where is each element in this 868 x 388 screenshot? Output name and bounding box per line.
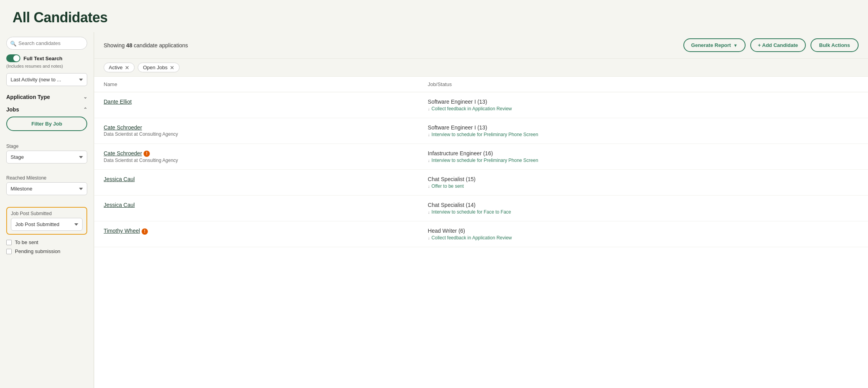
milestone-select[interactable]: Milestone (6, 182, 87, 195)
table-row: Timothy Wheel! Head Writer (6) ↓ Collect… (94, 221, 868, 247)
table-header-row: Name Job/Status (94, 77, 868, 92)
full-text-search-toggle[interactable] (6, 54, 20, 62)
to-be-sent-checkbox[interactable] (6, 240, 12, 245)
table-row: Jessica Caul Chat Specialist (14) ↓ Inte… (94, 196, 868, 221)
candidate-job-cell: Infastructure Engineer (16) ↓ Interview … (419, 144, 868, 170)
application-type-chevron: ⌄ (83, 94, 87, 100)
candidate-job-cell: Head Writer (6) ↓ Collect feedback in Ap… (419, 221, 868, 247)
job-post-submitted-box: Job Post Submitted Job Post Submitted (6, 207, 87, 235)
page-title: All Candidates (13, 9, 855, 26)
candidate-name-cell: Cate Schroeder!Data Scientist at Consult… (94, 144, 419, 170)
job-post-submitted-select[interactable]: Job Post Submitted (11, 218, 83, 231)
candidate-name-cell: Cate SchroederData Scientist at Consulti… (94, 118, 419, 144)
jobs-section-header[interactable]: Jobs ⌃ (6, 106, 87, 113)
main-content: 🔍 Full Text Search (Includes resumes and… (0, 32, 868, 388)
job-title: Chat Specialist (15) (428, 176, 859, 182)
job-title: Chat Specialist (14) (428, 202, 859, 208)
stage-label: Stage (6, 144, 87, 149)
full-text-search-label: Full Text Search (23, 56, 62, 61)
filter-chip-label: Open Jobs (143, 65, 167, 70)
to-be-sent-label: To be sent (15, 239, 38, 245)
candidate-name-link[interactable]: Dante Elliot (104, 99, 132, 105)
jobs-section: Jobs ⌃ Filter By Job (6, 106, 87, 137)
status-action-label: Collect feedback in Application Review (431, 106, 512, 111)
jobs-label: Jobs (6, 106, 19, 113)
candidate-name-link[interactable]: Cate Schroeder (104, 124, 142, 131)
candidate-name-cell: Timothy Wheel! (94, 221, 419, 247)
candidate-name-link[interactable]: Timothy Wheel (104, 228, 140, 234)
filter-chip-remove[interactable]: ✕ (125, 65, 129, 70)
job-status-action[interactable]: ↓ Interview to schedule for Preliminary … (428, 158, 859, 163)
job-title: Head Writer (6) (428, 228, 859, 234)
job-status-action[interactable]: ↓ Interview to schedule for Preliminary … (428, 132, 859, 137)
job-title: Software Engineer I (13) (428, 124, 859, 131)
candidate-job-cell: Chat Specialist (15) ↓ Offer to be sent (419, 170, 868, 196)
application-type-section: Application Type ⌄ (6, 94, 87, 100)
showing-count: Showing 48 candidate applications (104, 42, 188, 48)
page-header: All Candidates (0, 0, 868, 32)
sidebar: 🔍 Full Text Search (Includes resumes and… (0, 32, 94, 388)
col-name-header: Name (94, 77, 419, 92)
table-row: Dante Elliot Software Engineer I (13) ↓ … (94, 92, 868, 118)
pending-submission-checkbox-item[interactable]: Pending submission (6, 248, 87, 254)
candidate-job-cell: Software Engineer I (13) ↓ Collect feedb… (419, 92, 868, 118)
stage-select[interactable]: Stage (6, 151, 87, 163)
candidate-name-link[interactable]: Jessica Caul (104, 176, 135, 182)
job-title: Software Engineer I (13) (428, 99, 859, 105)
status-arrow-icon: ↓ (428, 158, 430, 163)
search-wrapper: 🔍 (6, 37, 87, 50)
jobs-chevron: ⌃ (83, 107, 87, 112)
search-input[interactable] (6, 37, 87, 50)
job-status-action[interactable]: ↓ Collect feedback in Application Review (428, 235, 859, 241)
candidate-name-cell: Dante Elliot (94, 92, 419, 118)
warning-icon: ! (142, 228, 148, 235)
add-candidate-label: + Add Candidate (758, 42, 798, 48)
toolbar-actions: Generate Report ▼ + Add Candidate Bulk A… (683, 38, 859, 52)
job-title: Infastructure Engineer (16) (428, 150, 859, 156)
status-arrow-icon: ↓ (428, 184, 430, 189)
active-filters-bar: Active✕Open Jobs✕ (94, 59, 868, 77)
bulk-actions-label: Bulk Actions (819, 42, 850, 48)
bulk-actions-button[interactable]: Bulk Actions (810, 38, 859, 52)
milestone-label: Reached Milestone (6, 175, 87, 181)
pending-submission-checkbox[interactable] (6, 249, 12, 254)
milestone-section: Reached Milestone Milestone (6, 175, 87, 201)
job-status-action[interactable]: ↓ Interview to schedule for Face to Face (428, 209, 859, 215)
status-action-label: Interview to schedule for Preliminary Ph… (431, 132, 538, 137)
generate-report-chevron: ▼ (733, 43, 738, 48)
stage-section: Stage Stage (6, 144, 87, 169)
job-status-action[interactable]: ↓ Offer to be sent (428, 183, 859, 189)
application-type-label: Application Type (6, 94, 50, 100)
sort-dropdown[interactable]: Last Activity (new to ... (6, 73, 87, 86)
filter-chip-label: Active (109, 65, 122, 70)
full-text-search-toggle-row: Full Text Search (6, 54, 87, 62)
candidate-name-link[interactable]: Jessica Caul (104, 202, 135, 208)
main-area: Showing 48 candidate applications Genera… (94, 32, 868, 388)
search-icon: 🔍 (10, 40, 16, 46)
table-row: Cate Schroeder!Data Scientist at Consult… (94, 144, 868, 170)
candidates-table: Name Job/Status Dante Elliot Software En… (94, 77, 868, 247)
candidate-name-link[interactable]: Cate Schroeder (104, 150, 142, 156)
toolbar: Showing 48 candidate applications Genera… (94, 32, 868, 59)
status-action-label: Interview to schedule for Preliminary Ph… (431, 158, 538, 163)
status-action-label: Interview to schedule for Face to Face (431, 209, 511, 215)
filter-chip: Open Jobs✕ (138, 63, 180, 72)
add-candidate-button[interactable]: + Add Candidate (750, 38, 806, 52)
candidate-job-cell: Software Engineer I (13) ↓ Interview to … (419, 118, 868, 144)
status-arrow-icon: ↓ (428, 210, 430, 214)
job-status-action[interactable]: ↓ Collect feedback in Application Review (428, 106, 859, 111)
application-type-header[interactable]: Application Type ⌄ (6, 94, 87, 100)
generate-report-button[interactable]: Generate Report ▼ (683, 38, 746, 52)
filter-chip-remove[interactable]: ✕ (170, 65, 174, 70)
to-be-sent-checkbox-item[interactable]: To be sent (6, 239, 87, 245)
status-arrow-icon: ↓ (428, 106, 430, 111)
filter-chip: Active✕ (104, 63, 135, 72)
candidate-subtitle: Data Scientist at Consulting Agency (104, 158, 409, 163)
candidate-name-cell: Jessica Caul (94, 196, 419, 221)
status-action-label: Collect feedback in Application Review (431, 235, 512, 241)
status-action-label: Offer to be sent (431, 183, 464, 189)
col-job-status-header: Job/Status (419, 77, 868, 92)
status-arrow-icon: ↓ (428, 132, 430, 137)
filter-by-job-button[interactable]: Filter By Job (6, 117, 87, 131)
table-row: Jessica Caul Chat Specialist (15) ↓ Offe… (94, 170, 868, 196)
